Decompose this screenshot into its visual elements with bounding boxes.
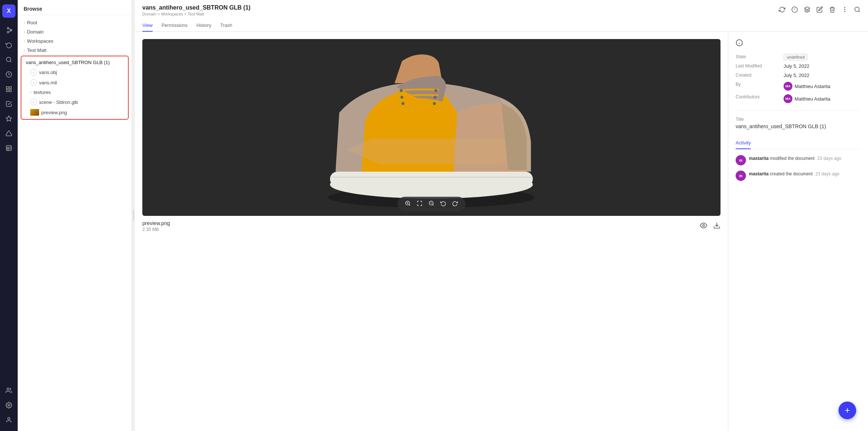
title-value: vans_antihero_used_SBTRON GLB (1): [736, 123, 861, 129]
divider: [736, 111, 861, 111]
created-row: Created July 5, 2022: [736, 73, 861, 78]
fit-screen-button[interactable]: [415, 199, 424, 209]
svg-rect-11: [10, 90, 11, 92]
search-icon[interactable]: [854, 6, 861, 15]
shoe-illustration: [288, 39, 575, 216]
chevron-icon: ›: [24, 39, 25, 43]
download-icon[interactable]: [713, 222, 721, 231]
activity-tabs: Activity: [736, 137, 861, 149]
svg-line-27: [858, 11, 860, 12]
svg-point-1: [7, 31, 9, 33]
tree-item-workspaces[interactable]: › Workspaces: [18, 36, 132, 46]
info-icon: [736, 39, 861, 48]
more-icon[interactable]: [841, 6, 848, 15]
svg-point-34: [400, 96, 403, 99]
sidebar-item-settings[interactable]: [2, 399, 15, 412]
tree-item-vans-mtl[interactable]: ○ vans.mtl: [21, 77, 128, 88]
svg-point-24: [844, 9, 846, 10]
tree-item-vans-obj[interactable]: ○ vans.obj: [21, 67, 128, 77]
preview-icon[interactable]: [700, 222, 707, 231]
by-value: MA Matthieu Astarita: [784, 82, 830, 91]
tab-history[interactable]: History: [197, 20, 211, 32]
chevron-icon: ›: [24, 30, 25, 34]
svg-rect-13: [6, 146, 11, 151]
tree-item-workspaces-label: Workspaces: [27, 38, 53, 44]
tree-item-domain[interactable]: › Domain: [18, 27, 132, 36]
svg-rect-10: [6, 90, 8, 92]
sidebar-item-checklist[interactable]: [2, 97, 15, 111]
svg-line-6: [10, 61, 11, 62]
tree-item-selected-folder[interactable]: vans_antihero_used_SBTRON GLB (1): [21, 58, 128, 67]
sidebar-item-profile[interactable]: [2, 413, 15, 427]
doc-title-area: vans_antihero_used_SBTRON GLB (1) Domain…: [142, 4, 250, 16]
app-logo: X: [2, 4, 15, 18]
activity-timestamp-0: 23 days ago: [817, 156, 841, 161]
created-label: Created: [736, 73, 784, 78]
fab-icon: +: [845, 405, 850, 416]
fab-button[interactable]: +: [839, 402, 856, 419]
rotate-left-button[interactable]: [439, 199, 448, 209]
zoom-out-button[interactable]: [427, 199, 436, 209]
textures-label: textures: [34, 90, 51, 95]
svg-line-43: [433, 204, 434, 206]
main-header: vans_antihero_used_SBTRON GLB (1) Domain…: [135, 0, 868, 32]
header-top: vans_antihero_used_SBTRON GLB (1) Domain…: [142, 4, 861, 16]
svg-point-45: [703, 224, 705, 226]
last-modified-value: July 5, 2022: [784, 63, 809, 69]
tree-item-textures[interactable]: › textures: [21, 88, 128, 97]
tab-view[interactable]: View: [142, 20, 153, 32]
sidebar-item-history[interactable]: [2, 38, 15, 52]
sidebar-item-users[interactable]: [2, 384, 15, 397]
tree-item-scene-glb[interactable]: ○ scene - Sbtron.glb: [21, 97, 128, 107]
svg-point-25: [844, 11, 846, 12]
rotate-right-button[interactable]: [451, 199, 459, 209]
sidebar-item-tree[interactable]: [2, 24, 15, 37]
activity-text-1: mastarita created the document 23 days a…: [749, 171, 840, 177]
sidebar-item-integrations[interactable]: [2, 127, 15, 140]
svg-rect-9: [10, 87, 11, 88]
created-value: July 5, 2022: [784, 73, 809, 78]
by-row: By MA Matthieu Astarita: [736, 82, 861, 91]
activity-tab-activity[interactable]: Activity: [736, 137, 751, 149]
resize-handle[interactable]: [132, 0, 135, 431]
zoom-in-button[interactable]: [403, 199, 412, 209]
image-container: [142, 39, 721, 216]
sidebar-item-collections[interactable]: [2, 83, 15, 96]
publish-icon[interactable]: [804, 6, 810, 15]
tab-trash[interactable]: Trash: [220, 20, 232, 32]
refresh-icon[interactable]: [779, 6, 785, 15]
tree-item-preview-png[interactable]: preview.png: [21, 107, 128, 118]
tree-item-root-label: Root: [27, 20, 37, 25]
delete-icon[interactable]: [829, 6, 836, 15]
sidebar-item-table[interactable]: [2, 141, 15, 155]
alarm-icon[interactable]: [791, 6, 798, 15]
file-icon: ○: [30, 99, 37, 105]
file-size: 2.35 MB: [142, 227, 170, 232]
last-modified-label: Last Modified: [736, 63, 784, 69]
sidebar-item-search[interactable]: [2, 53, 15, 66]
contributors-label: Contributors: [736, 94, 784, 99]
tab-bar: View Permissions History Trash: [142, 19, 861, 31]
svg-point-5: [6, 57, 11, 62]
activity-item-0: m mastarita modified the document 23 day…: [736, 155, 861, 165]
file-info-left: preview.png 2.35 MB: [142, 220, 170, 232]
by-name: Matthieu Astarita: [795, 84, 830, 89]
sidebar-item-tasks[interactable]: [2, 68, 15, 81]
contributors-row: Contributors MA Matthieu Astarita: [736, 94, 861, 103]
edit-icon[interactable]: [816, 6, 823, 15]
activity-action-0: modified the document: [770, 156, 815, 161]
tab-permissions[interactable]: Permissions: [162, 20, 188, 32]
tree-item-root[interactable]: › Root: [18, 18, 132, 27]
chevron-icon: ›: [24, 21, 25, 25]
activity-avatar-1: m: [736, 171, 746, 181]
title-section: Title vans_antihero_used_SBTRON GLB (1): [736, 117, 861, 129]
contributors-chip: MA Matthieu Astarita: [784, 94, 830, 103]
viewer-panel: preview.png 2.35 MB: [135, 32, 728, 431]
by-label: By: [736, 82, 784, 87]
activity-action-1: created the document: [770, 171, 813, 176]
contributors-avatar: MA: [784, 94, 792, 103]
file-info: preview.png 2.35 MB: [142, 216, 721, 236]
tree-item-testmatt[interactable]: › Test Matt: [18, 46, 132, 55]
sidebar-item-favorites[interactable]: [2, 112, 15, 125]
file-tree-content: › Root › Domain › Workspaces › Test Matt…: [18, 15, 132, 431]
